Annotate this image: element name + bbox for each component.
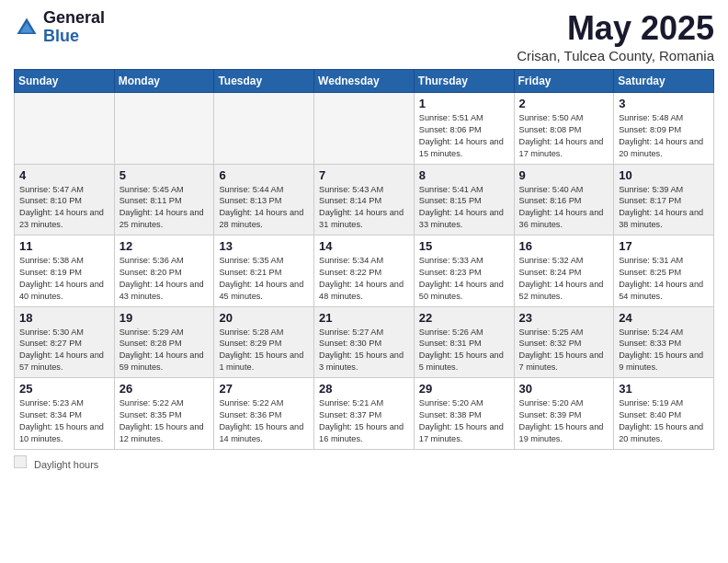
day-info: Sunrise: 5:22 AM Sunset: 8:36 PM Dayligh… xyxy=(219,397,309,445)
calendar-cell: 5Sunrise: 5:45 AM Sunset: 8:11 PM Daylig… xyxy=(114,164,214,236)
calendar-cell: 26Sunrise: 5:22 AM Sunset: 8:35 PM Dayli… xyxy=(114,378,214,450)
day-info: Sunrise: 5:29 AM Sunset: 8:28 PM Dayligh… xyxy=(119,327,210,374)
day-number: 12 xyxy=(119,239,210,253)
calendar-cell: 22Sunrise: 5:26 AM Sunset: 8:31 PM Dayli… xyxy=(414,306,514,378)
col-sunday: Sunday xyxy=(15,70,115,93)
day-info: Sunrise: 5:44 AM Sunset: 8:13 PM Dayligh… xyxy=(219,184,309,232)
calendar-cell xyxy=(214,93,314,165)
day-info: Sunrise: 5:39 AM Sunset: 8:17 PM Dayligh… xyxy=(619,184,709,232)
day-info: Sunrise: 5:40 AM Sunset: 8:16 PM Dayligh… xyxy=(519,184,609,232)
day-number: 23 xyxy=(519,311,609,325)
calendar-table: Sunday Monday Tuesday Wednesday Thursday… xyxy=(14,69,714,450)
calendar-cell: 21Sunrise: 5:27 AM Sunset: 8:30 PM Dayli… xyxy=(314,306,415,378)
col-wednesday: Wednesday xyxy=(314,70,415,93)
day-number: 25 xyxy=(19,382,109,396)
calendar-cell: 30Sunrise: 5:20 AM Sunset: 8:39 PM Dayli… xyxy=(514,378,614,450)
calendar-cell: 31Sunrise: 5:19 AM Sunset: 8:40 PM Dayli… xyxy=(614,378,714,450)
calendar-cell xyxy=(114,93,214,165)
day-info: Sunrise: 5:31 AM Sunset: 8:25 PM Dayligh… xyxy=(619,255,709,303)
calendar-body: 1Sunrise: 5:51 AM Sunset: 8:06 PM Daylig… xyxy=(15,93,714,450)
day-info: Sunrise: 5:34 AM Sunset: 8:22 PM Dayligh… xyxy=(319,255,409,303)
title-area: May 2025 Crisan, Tulcea County, Romania xyxy=(517,9,714,63)
day-info: Sunrise: 5:41 AM Sunset: 8:15 PM Dayligh… xyxy=(419,184,509,232)
day-info: Sunrise: 5:30 AM Sunset: 8:27 PM Dayligh… xyxy=(19,327,109,374)
day-info: Sunrise: 5:28 AM Sunset: 8:29 PM Dayligh… xyxy=(219,327,309,374)
day-number: 21 xyxy=(319,311,409,325)
daylight-box xyxy=(14,455,27,468)
day-number: 7 xyxy=(319,168,409,182)
day-number: 26 xyxy=(119,382,210,396)
day-number: 1 xyxy=(419,97,509,110)
page: General Blue May 2025 Crisan, Tulcea Cou… xyxy=(0,0,728,479)
day-number: 18 xyxy=(19,311,109,325)
day-info: Sunrise: 5:51 AM Sunset: 8:06 PM Dayligh… xyxy=(419,112,509,160)
day-number: 31 xyxy=(619,382,709,396)
calendar-cell: 4Sunrise: 5:47 AM Sunset: 8:10 PM Daylig… xyxy=(15,164,115,236)
footer: Daylight hours xyxy=(14,454,714,470)
day-info: Sunrise: 5:43 AM Sunset: 8:14 PM Dayligh… xyxy=(319,184,409,232)
day-number: 20 xyxy=(219,311,309,325)
col-tuesday: Tuesday xyxy=(214,70,314,93)
day-info: Sunrise: 5:50 AM Sunset: 8:08 PM Dayligh… xyxy=(519,112,609,160)
day-number: 17 xyxy=(619,239,709,253)
day-info: Sunrise: 5:32 AM Sunset: 8:24 PM Dayligh… xyxy=(519,255,609,303)
day-number: 30 xyxy=(519,382,609,396)
day-number: 4 xyxy=(19,168,109,182)
calendar-cell: 14Sunrise: 5:34 AM Sunset: 8:22 PM Dayli… xyxy=(314,236,415,307)
calendar-cell: 24Sunrise: 5:24 AM Sunset: 8:33 PM Dayli… xyxy=(614,306,714,378)
day-info: Sunrise: 5:19 AM Sunset: 8:40 PM Dayligh… xyxy=(619,397,709,445)
day-number: 13 xyxy=(219,239,309,253)
day-info: Sunrise: 5:47 AM Sunset: 8:10 PM Dayligh… xyxy=(19,184,109,232)
calendar-cell: 27Sunrise: 5:22 AM Sunset: 8:36 PM Dayli… xyxy=(214,378,314,450)
calendar-cell: 13Sunrise: 5:35 AM Sunset: 8:21 PM Dayli… xyxy=(214,236,314,307)
month-title: May 2025 xyxy=(517,9,714,48)
calendar-cell: 9Sunrise: 5:40 AM Sunset: 8:16 PM Daylig… xyxy=(514,164,614,236)
day-info: Sunrise: 5:21 AM Sunset: 8:37 PM Dayligh… xyxy=(319,397,409,445)
col-thursday: Thursday xyxy=(414,70,514,93)
calendar-cell: 25Sunrise: 5:23 AM Sunset: 8:34 PM Dayli… xyxy=(15,378,115,450)
day-info: Sunrise: 5:20 AM Sunset: 8:39 PM Dayligh… xyxy=(519,397,609,445)
day-number: 3 xyxy=(619,97,709,110)
subtitle: Crisan, Tulcea County, Romania xyxy=(517,48,714,63)
calendar-cell: 15Sunrise: 5:33 AM Sunset: 8:23 PM Dayli… xyxy=(414,236,514,307)
calendar-week-3: 11Sunrise: 5:38 AM Sunset: 8:19 PM Dayli… xyxy=(15,236,714,307)
day-info: Sunrise: 5:45 AM Sunset: 8:11 PM Dayligh… xyxy=(119,184,210,232)
calendar-header: Sunday Monday Tuesday Wednesday Thursday… xyxy=(15,70,714,93)
calendar-cell: 10Sunrise: 5:39 AM Sunset: 8:17 PM Dayli… xyxy=(614,164,714,236)
day-number: 11 xyxy=(19,239,109,253)
day-number: 28 xyxy=(319,382,409,396)
calendar-week-1: 1Sunrise: 5:51 AM Sunset: 8:06 PM Daylig… xyxy=(15,93,714,165)
calendar-cell: 28Sunrise: 5:21 AM Sunset: 8:37 PM Dayli… xyxy=(314,378,415,450)
day-number: 8 xyxy=(419,168,509,182)
calendar-cell: 3Sunrise: 5:48 AM Sunset: 8:09 PM Daylig… xyxy=(614,93,714,165)
logo-blue: Blue xyxy=(43,28,105,46)
day-number: 29 xyxy=(419,382,509,396)
day-info: Sunrise: 5:36 AM Sunset: 8:20 PM Dayligh… xyxy=(119,255,210,303)
day-number: 27 xyxy=(219,382,309,396)
calendar-cell xyxy=(15,93,115,165)
calendar-cell: 12Sunrise: 5:36 AM Sunset: 8:20 PM Dayli… xyxy=(114,236,214,307)
weekday-row: Sunday Monday Tuesday Wednesday Thursday… xyxy=(15,70,714,93)
calendar-cell: 17Sunrise: 5:31 AM Sunset: 8:25 PM Dayli… xyxy=(614,236,714,307)
day-info: Sunrise: 5:27 AM Sunset: 8:30 PM Dayligh… xyxy=(319,327,409,374)
calendar-cell: 2Sunrise: 5:50 AM Sunset: 8:08 PM Daylig… xyxy=(514,93,614,165)
day-number: 2 xyxy=(519,97,609,110)
logo-icon xyxy=(14,15,40,40)
day-info: Sunrise: 5:35 AM Sunset: 8:21 PM Dayligh… xyxy=(219,255,309,303)
calendar-cell: 18Sunrise: 5:30 AM Sunset: 8:27 PM Dayli… xyxy=(15,306,115,378)
calendar-cell: 11Sunrise: 5:38 AM Sunset: 8:19 PM Dayli… xyxy=(15,236,115,307)
day-number: 6 xyxy=(219,168,309,182)
day-info: Sunrise: 5:24 AM Sunset: 8:33 PM Dayligh… xyxy=(619,327,709,374)
day-number: 5 xyxy=(119,168,210,182)
calendar-cell: 7Sunrise: 5:43 AM Sunset: 8:14 PM Daylig… xyxy=(314,164,415,236)
day-info: Sunrise: 5:23 AM Sunset: 8:34 PM Dayligh… xyxy=(19,397,109,445)
calendar-cell: 20Sunrise: 5:28 AM Sunset: 8:29 PM Dayli… xyxy=(214,306,314,378)
col-saturday: Saturday xyxy=(614,70,714,93)
calendar-week-2: 4Sunrise: 5:47 AM Sunset: 8:10 PM Daylig… xyxy=(15,164,714,236)
day-number: 16 xyxy=(519,239,609,253)
calendar-week-4: 18Sunrise: 5:30 AM Sunset: 8:27 PM Dayli… xyxy=(15,306,714,378)
calendar-cell: 1Sunrise: 5:51 AM Sunset: 8:06 PM Daylig… xyxy=(414,93,514,165)
day-info: Sunrise: 5:38 AM Sunset: 8:19 PM Dayligh… xyxy=(19,255,109,303)
day-number: 19 xyxy=(119,311,210,325)
calendar-week-5: 25Sunrise: 5:23 AM Sunset: 8:34 PM Dayli… xyxy=(15,378,714,450)
